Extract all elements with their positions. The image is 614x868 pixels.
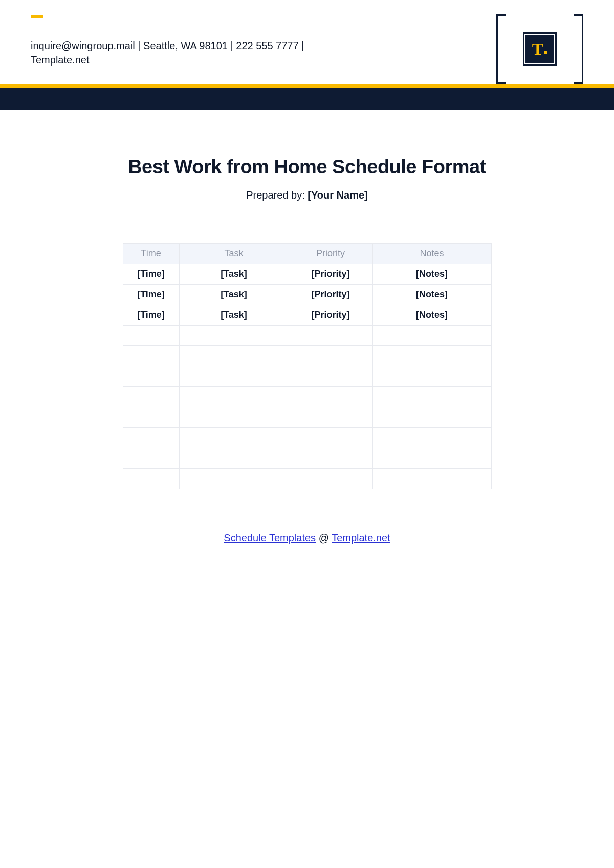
- cell-notes[interactable]: [372, 469, 491, 489]
- cell-priority[interactable]: [Priority]: [289, 264, 372, 285]
- cell-time[interactable]: [123, 448, 179, 469]
- cell-task[interactable]: [179, 407, 289, 428]
- cell-priority[interactable]: [Priority]: [289, 285, 372, 305]
- band-navy: [0, 88, 614, 110]
- cell-time[interactable]: [Time]: [123, 264, 179, 285]
- table-row: [123, 346, 491, 366]
- logo-frame: T: [496, 14, 583, 84]
- contact-line: inquire@wingroup.mail | Seattle, WA 9810…: [31, 38, 317, 67]
- cell-task[interactable]: [Task]: [179, 285, 289, 305]
- table-row: [123, 407, 491, 428]
- table-wrap: Time Task Priority Notes [Time] [Task] […: [54, 243, 560, 489]
- cell-priority[interactable]: [289, 366, 372, 387]
- table-row: [Time] [Task] [Priority] [Notes]: [123, 285, 491, 305]
- cell-priority[interactable]: [289, 428, 372, 448]
- logo-dot-icon: [544, 51, 547, 54]
- prepared-value: [Your Name]: [308, 189, 367, 201]
- cell-notes[interactable]: [372, 407, 491, 428]
- cell-task[interactable]: [179, 366, 289, 387]
- cell-notes[interactable]: [372, 387, 491, 407]
- logo-box: T: [523, 32, 557, 66]
- footer-at: @: [316, 532, 332, 544]
- page-title: Best Work from Home Schedule Format: [55, 156, 559, 178]
- cell-notes[interactable]: [372, 428, 491, 448]
- cell-priority[interactable]: [289, 469, 372, 489]
- cell-task[interactable]: [179, 326, 289, 346]
- bracket-left-icon: [496, 14, 506, 84]
- table-row: [Time] [Task] [Priority] [Notes]: [123, 305, 491, 326]
- table-row: [123, 469, 491, 489]
- table-row: [Time] [Task] [Priority] [Notes]: [123, 264, 491, 285]
- cell-task[interactable]: [Task]: [179, 264, 289, 285]
- cell-notes[interactable]: [372, 326, 491, 346]
- cell-notes[interactable]: [Notes]: [372, 305, 491, 326]
- accent-bar: [31, 15, 43, 18]
- prepared-label: Prepared by:: [246, 189, 308, 201]
- cell-task[interactable]: [179, 469, 289, 489]
- cell-time[interactable]: [123, 366, 179, 387]
- prepared-by: Prepared by: [Your Name]: [55, 189, 559, 201]
- cell-notes[interactable]: [Notes]: [372, 285, 491, 305]
- cell-time[interactable]: [123, 326, 179, 346]
- cell-task[interactable]: [Task]: [179, 305, 289, 326]
- link-template-net[interactable]: Template.net: [332, 532, 390, 544]
- cell-time[interactable]: [123, 407, 179, 428]
- cell-task[interactable]: [179, 428, 289, 448]
- cell-task[interactable]: [179, 387, 289, 407]
- cell-priority[interactable]: [289, 448, 372, 469]
- cell-time[interactable]: [123, 428, 179, 448]
- cell-time[interactable]: [123, 346, 179, 366]
- divider-band: [0, 84, 614, 110]
- cell-time[interactable]: [Time]: [123, 285, 179, 305]
- cell-priority[interactable]: [289, 407, 372, 428]
- bracket-right-icon: [574, 14, 583, 84]
- link-schedule-templates[interactable]: Schedule Templates: [224, 532, 316, 544]
- logo-letter: T: [532, 40, 543, 58]
- cell-notes[interactable]: [372, 448, 491, 469]
- table-header-row: Time Task Priority Notes: [123, 244, 491, 264]
- cell-time[interactable]: [Time]: [123, 305, 179, 326]
- table-row: [123, 428, 491, 448]
- table-body: [Time] [Task] [Priority] [Notes] [Time] …: [123, 264, 491, 489]
- cell-notes[interactable]: [Notes]: [372, 264, 491, 285]
- schedule-table: Time Task Priority Notes [Time] [Task] […: [123, 243, 492, 489]
- table-row: [123, 448, 491, 469]
- col-task: Task: [179, 244, 289, 264]
- cell-notes[interactable]: [372, 366, 491, 387]
- cell-task[interactable]: [179, 448, 289, 469]
- cell-priority[interactable]: [Priority]: [289, 305, 372, 326]
- header: inquire@wingroup.mail | Seattle, WA 9810…: [0, 0, 614, 67]
- cell-priority[interactable]: [289, 326, 372, 346]
- footer-links: Schedule Templates @ Template.net: [55, 532, 559, 544]
- content: Best Work from Home Schedule Format Prep…: [0, 110, 614, 544]
- col-time: Time: [123, 244, 179, 264]
- col-notes: Notes: [372, 244, 491, 264]
- cell-time[interactable]: [123, 387, 179, 407]
- cell-task[interactable]: [179, 346, 289, 366]
- cell-notes[interactable]: [372, 346, 491, 366]
- cell-time[interactable]: [123, 469, 179, 489]
- col-priority: Priority: [289, 244, 372, 264]
- cell-priority[interactable]: [289, 387, 372, 407]
- table-row: [123, 387, 491, 407]
- table-row: [123, 326, 491, 346]
- cell-priority[interactable]: [289, 346, 372, 366]
- table-row: [123, 366, 491, 387]
